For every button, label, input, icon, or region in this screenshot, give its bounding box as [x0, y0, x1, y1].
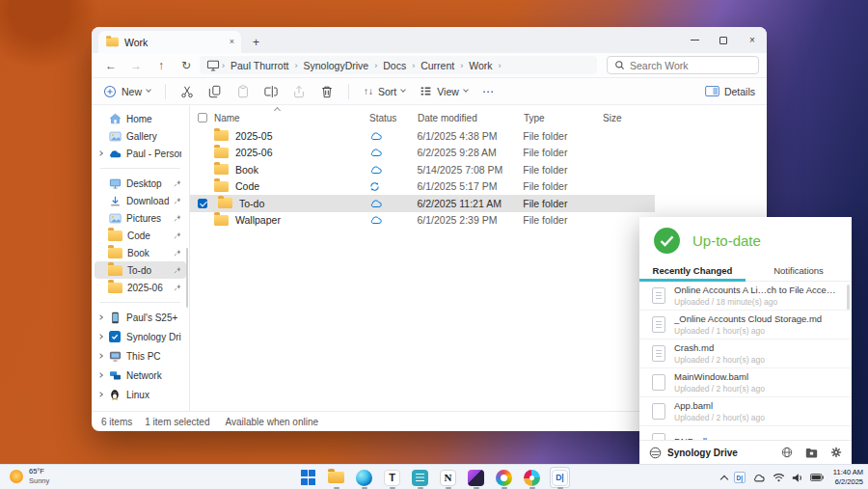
- list-item[interactable]: _Online Accounts Cloud Storage.md Upload…: [639, 311, 852, 340]
- copy-button[interactable]: [208, 85, 222, 98]
- chevron-right-icon[interactable]: [97, 353, 103, 359]
- rename-button[interactable]: [264, 85, 278, 98]
- sidebar-item-gallery[interactable]: Gallery: [95, 127, 186, 145]
- sidebar-item-home[interactable]: Home: [95, 110, 186, 127]
- start-button[interactable]: [298, 467, 318, 488]
- pinwheel-icon: [524, 470, 540, 486]
- sidebar-item-linux[interactable]: Linux: [95, 386, 186, 403]
- linux-penguin-icon: [108, 388, 122, 401]
- sidebar-item-onedrive-personal[interactable]: Paul - Personal: [95, 145, 186, 162]
- wifi-icon[interactable]: [773, 473, 785, 482]
- taskbar-notion[interactable]: N: [438, 467, 458, 488]
- sidebar-item-network[interactable]: Network: [95, 367, 186, 384]
- gear-icon[interactable]: [830, 447, 842, 458]
- list-item[interactable]: App.baml Uploaded / 2 hour(s) ago: [639, 397, 852, 426]
- sidebar-item-phone[interactable]: Paul's S25+: [95, 309, 186, 326]
- column-header-type[interactable]: Type: [524, 113, 603, 123]
- column-header-name[interactable]: Name: [214, 113, 240, 123]
- folder-open-icon[interactable]: [805, 448, 818, 458]
- taskbar-slack[interactable]: [522, 467, 542, 488]
- tab-notifications[interactable]: Notifications: [746, 261, 852, 281]
- chevron-right-icon[interactable]: [97, 334, 103, 340]
- popup-scrollbar[interactable]: [847, 285, 850, 310]
- tray-synology-icon[interactable]: D|: [734, 472, 746, 483]
- list-item[interactable]: Crash.md Uploaded / 2 hour(s) ago: [639, 340, 852, 368]
- breadcrumb-item[interactable]: Docs: [379, 60, 410, 71]
- column-header-size[interactable]: Size: [603, 113, 656, 123]
- up-button[interactable]: ↑: [149, 60, 173, 71]
- taskbar-file-explorer[interactable]: [326, 467, 346, 488]
- sidebar-item-synology-drive[interactable]: Synology Drive - t: [95, 328, 186, 345]
- more-options-button[interactable]: ⋯: [482, 85, 495, 98]
- select-all-checkbox[interactable]: [198, 113, 207, 122]
- list-item[interactable]: DNP.pdb: [639, 426, 852, 440]
- breadcrumb-item[interactable]: Current: [417, 60, 458, 71]
- weather-widget[interactable]: 65°F Sunny: [10, 467, 49, 486]
- tab-close-icon[interactable]: ×: [230, 38, 234, 46]
- row-checkbox-checked[interactable]: [198, 199, 207, 208]
- battery-icon[interactable]: [810, 474, 824, 481]
- column-header-date-modified[interactable]: Date modified: [418, 113, 524, 123]
- table-row[interactable]: 2025-05 6/1/2025 4:38 PM File folder: [190, 127, 655, 145]
- taskbar-affinity[interactable]: [466, 467, 486, 488]
- chevron-right-icon[interactable]: [97, 150, 103, 156]
- cut-button[interactable]: [180, 85, 194, 98]
- breadcrumb-item[interactable]: Paul Thurrott: [227, 60, 293, 71]
- sidebar-item-todo[interactable]: To-do: [95, 261, 186, 279]
- sidebar-item-code[interactable]: Code: [95, 227, 186, 244]
- minimize-button[interactable]: [680, 27, 709, 53]
- tray-chevron-up-icon[interactable]: [720, 475, 728, 482]
- sort-button[interactable]: ↑↓ Sort: [364, 86, 405, 97]
- forward-button[interactable]: →: [124, 60, 148, 71]
- clock-date: 6/2/2025: [833, 477, 863, 487]
- table-row[interactable]: 2025-06 6/2/2025 9:28 AM File folder: [190, 145, 655, 162]
- taskbar-synology-drive[interactable]: D|: [550, 467, 570, 488]
- sidebar-item-book[interactable]: Book: [95, 244, 186, 261]
- back-button[interactable]: ←: [99, 60, 122, 71]
- tab-recently-changed[interactable]: Recently Changed: [639, 261, 746, 281]
- table-row[interactable]: Code 6/1/2025 5:17 PM File folder: [190, 178, 655, 196]
- details-button[interactable]: Details: [705, 86, 755, 97]
- maximize-button[interactable]: [709, 27, 738, 53]
- tab-work[interactable]: Work ×: [98, 31, 241, 53]
- new-tab-button[interactable]: +: [253, 37, 259, 48]
- table-row[interactable]: Book 5/14/2025 7:08 PM File folder: [190, 161, 655, 178]
- sidebar-item-downloads[interactable]: Downloads: [95, 192, 186, 209]
- close-button[interactable]: ×: [738, 27, 767, 53]
- taskbar-photos[interactable]: [494, 467, 514, 488]
- chevron-right-icon[interactable]: [97, 392, 103, 397]
- navigation-pane: Home Gallery Paul - Personal Desktop Dow…: [92, 105, 190, 411]
- list-item[interactable]: Online Accounts A Li…ch to File Access.m…: [639, 282, 852, 311]
- breadcrumb-item[interactable]: Work: [465, 60, 496, 71]
- volume-icon[interactable]: [792, 473, 803, 483]
- taskbar-app-t[interactable]: T: [382, 467, 402, 488]
- list-item[interactable]: MainWindow.baml Uploaded / 2 hour(s) ago: [639, 368, 852, 397]
- delete-button[interactable]: [320, 85, 334, 98]
- sidebar-item-desktop[interactable]: Desktop: [95, 175, 186, 192]
- sidebar-item-label: Downloads: [126, 196, 169, 206]
- paste-button[interactable]: [236, 85, 250, 98]
- tab-title: Work: [124, 37, 224, 48]
- breadcrumb-item[interactable]: SynologyDrive: [300, 60, 373, 71]
- view-button[interactable]: View: [420, 85, 468, 97]
- table-row-selected[interactable]: To-do 6/2/2025 11:21 AM File folder: [190, 195, 655, 212]
- search-box[interactable]: [607, 56, 759, 74]
- chevron-right-icon[interactable]: [97, 372, 103, 378]
- globe-icon[interactable]: [781, 447, 793, 458]
- sidebar-item-pictures[interactable]: Pictures: [95, 209, 186, 227]
- taskbar-notepad[interactable]: [410, 467, 430, 488]
- sidebar-scrollbar[interactable]: [186, 248, 188, 308]
- search-input[interactable]: [630, 60, 751, 71]
- taskbar-edge[interactable]: [354, 467, 374, 488]
- refresh-button[interactable]: ↻: [175, 60, 198, 71]
- table-row[interactable]: Wallpaper 6/1/2025 2:39 PM File folder: [190, 212, 655, 230]
- share-button[interactable]: [292, 85, 306, 98]
- chevron-right-icon[interactable]: [97, 314, 103, 320]
- breadcrumb[interactable]: › Paul Thurrott › SynologyDrive › Docs ›…: [200, 56, 597, 74]
- new-button[interactable]: New: [103, 85, 150, 98]
- tray-onedrive-cloud-icon[interactable]: [752, 474, 766, 482]
- sidebar-item-this-pc[interactable]: This PC: [95, 347, 186, 365]
- clock[interactable]: 11:40 AM 6/2/2025: [833, 468, 863, 487]
- sidebar-item-2025-06[interactable]: 2025-06: [95, 279, 186, 296]
- column-header-status[interactable]: Status: [369, 113, 418, 123]
